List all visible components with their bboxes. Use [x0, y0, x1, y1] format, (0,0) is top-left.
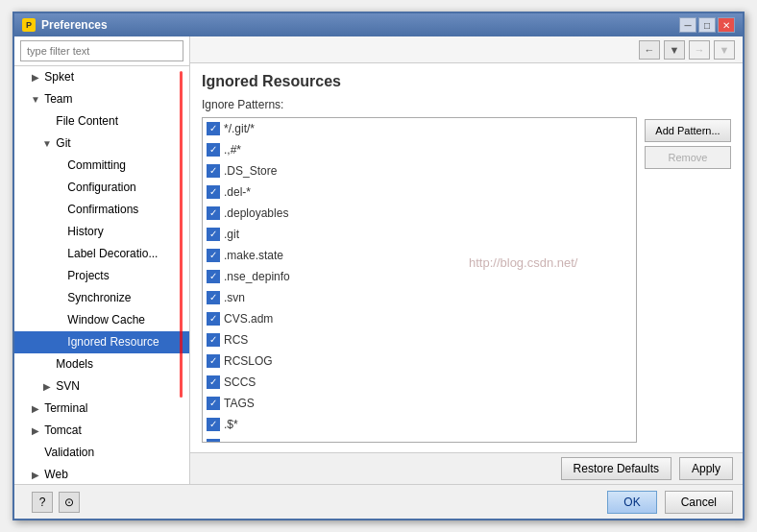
main-toolbar: ← ▼ → ▼ [190, 36, 743, 63]
synchronize-label: Synchronize [67, 291, 131, 304]
pattern-text: RCS [224, 331, 248, 349]
sidebar-item-validation[interactable]: Validation [14, 442, 189, 464]
sidebar: ▶ Spket ▼ Team File Content ▼ Git [14, 36, 190, 484]
confirmations-label: Confirmations [67, 203, 138, 216]
sidebar-item-team[interactable]: ▼ Team [14, 88, 189, 110]
pattern-checkbox[interactable] [207, 249, 220, 262]
sidebar-item-git[interactable]: ▼ Git [14, 133, 189, 155]
pattern-checkbox[interactable] [207, 143, 220, 157]
pattern-item[interactable]: CVS.adm [203, 308, 636, 329]
forward-button[interactable]: → [689, 40, 710, 60]
pattern-checkbox[interactable] [207, 291, 220, 304]
validation-arrow [30, 445, 41, 462]
pattern-checkbox[interactable] [207, 122, 220, 135]
sidebar-item-committing[interactable]: Committing [14, 155, 189, 177]
pattern-item[interactable]: .deployables [203, 203, 636, 224]
label-decorations-arrow [53, 246, 64, 263]
bottom-left-icons: ? ⊙ [32, 492, 80, 513]
sidebar-item-models[interactable]: Models [14, 353, 189, 375]
sidebar-item-confirmations[interactable]: Confirmations [14, 199, 189, 221]
web-arrow: ▶ [30, 467, 41, 484]
pattern-checkbox[interactable] [207, 439, 220, 442]
pattern-item[interactable]: TAGS [203, 393, 636, 414]
pattern-item[interactable]: _svn [203, 435, 636, 442]
bottom-bar: ? ⊙ OK Cancel [14, 484, 743, 519]
pattern-checkbox[interactable] [207, 354, 220, 368]
pattern-item[interactable]: */.git/* [203, 118, 636, 139]
window-title: Preferences [41, 18, 108, 32]
pattern-text: TAGS [224, 395, 255, 412]
pattern-checkbox[interactable] [207, 206, 220, 220]
sidebar-item-label-decorations[interactable]: Label Decoratio... [14, 243, 189, 265]
ignored-resources-arrow [53, 334, 64, 351]
patterns-list-container: */.git/*.,#*.DS_Store.del-*.deployables.… [202, 117, 637, 443]
pattern-checkbox[interactable] [207, 375, 220, 389]
sidebar-item-projects[interactable]: Projects [14, 265, 189, 287]
sidebar-item-history[interactable]: History [14, 221, 189, 243]
sidebar-item-ignored-resources[interactable]: Ignored Resource [14, 331, 189, 353]
filter-input[interactable] [20, 40, 183, 61]
pattern-checkbox[interactable] [207, 164, 220, 178]
ok-button[interactable]: OK [607, 491, 656, 514]
main-content: ← ▼ → ▼ Ignored Resources Ignore Pattern… [190, 36, 743, 484]
spket-label: Spket [44, 70, 74, 84]
pattern-item[interactable]: .$* [203, 414, 636, 435]
forward-dropdown[interactable]: ▼ [714, 40, 735, 60]
sidebar-item-terminal[interactable]: ▶ Terminal [14, 398, 189, 420]
web-label: Web [44, 468, 67, 481]
restore-defaults-button[interactable]: Restore Defaults [561, 457, 672, 480]
models-label: Models [56, 357, 93, 371]
apply-button[interactable]: Apply [679, 457, 733, 480]
pattern-checkbox[interactable] [207, 397, 220, 410]
label-decorations-label: Label Decoratio... [67, 247, 158, 260]
synchronize-arrow [53, 290, 64, 307]
sidebar-item-configuration[interactable]: Configuration [14, 177, 189, 199]
maximize-button[interactable]: □ [698, 17, 716, 33]
pattern-checkbox[interactable] [207, 312, 220, 326]
window-cache-arrow [53, 312, 64, 329]
pattern-item[interactable]: .make.state [203, 245, 636, 266]
add-pattern-button[interactable]: Add Pattern... [645, 119, 731, 142]
pattern-item[interactable]: SCCS [203, 372, 636, 393]
pattern-text: .svn [224, 289, 245, 306]
sidebar-item-web[interactable]: ▶ Web [14, 464, 189, 484]
pattern-item[interactable]: RCSLOG [203, 351, 636, 372]
close-button[interactable]: ✕ [718, 17, 735, 33]
pattern-item[interactable]: .svn [203, 287, 636, 308]
pattern-item[interactable]: .git [203, 224, 636, 245]
sidebar-item-svn[interactable]: ▶ SVN [14, 375, 189, 398]
sidebar-item-window-cache[interactable]: Window Cache [14, 309, 189, 331]
help-button[interactable]: ? [32, 492, 53, 513]
back-button[interactable]: ← [639, 40, 660, 60]
projects-arrow [53, 268, 64, 285]
ignored-resources-label: Ignored Resource [67, 335, 159, 349]
confirmations-arrow [53, 202, 64, 219]
committing-label: Committing [67, 158, 126, 172]
pattern-item[interactable]: .del-* [203, 181, 636, 203]
pattern-item[interactable]: .DS_Store [203, 160, 636, 181]
pattern-checkbox[interactable] [207, 418, 220, 431]
preferences-icon-button[interactable]: ⊙ [59, 492, 80, 513]
back-dropdown[interactable]: ▼ [664, 40, 685, 60]
restore-apply-bar: Restore Defaults Apply [190, 452, 743, 484]
pattern-checkbox[interactable] [207, 270, 220, 283]
pattern-item[interactable]: .nse_depinfo [203, 266, 636, 287]
pattern-checkbox[interactable] [207, 333, 220, 347]
sidebar-item-file-content[interactable]: File Content [14, 110, 189, 133]
pattern-checkbox[interactable] [207, 185, 220, 199]
remove-button[interactable]: Remove [645, 146, 731, 169]
section-title: Ignored Resources [202, 73, 731, 90]
pattern-text: .,#* [224, 141, 241, 158]
minimize-button[interactable]: ─ [679, 17, 696, 33]
sidebar-item-tomcat[interactable]: ▶ Tomcat [14, 420, 189, 442]
cancel-button[interactable]: Cancel [665, 491, 733, 514]
patterns-row: */.git/*.,#*.DS_Store.del-*.deployables.… [202, 117, 731, 443]
pattern-checkbox[interactable] [207, 228, 220, 241]
pattern-item[interactable]: .,#* [203, 139, 636, 160]
filter-box [14, 36, 189, 66]
models-arrow [41, 356, 53, 374]
sidebar-item-spket[interactable]: ▶ Spket [14, 66, 189, 88]
pattern-item[interactable]: RCS [203, 329, 636, 351]
sidebar-item-synchronize[interactable]: Synchronize [14, 287, 189, 309]
patterns-list[interactable]: */.git/*.,#*.DS_Store.del-*.deployables.… [203, 118, 636, 442]
